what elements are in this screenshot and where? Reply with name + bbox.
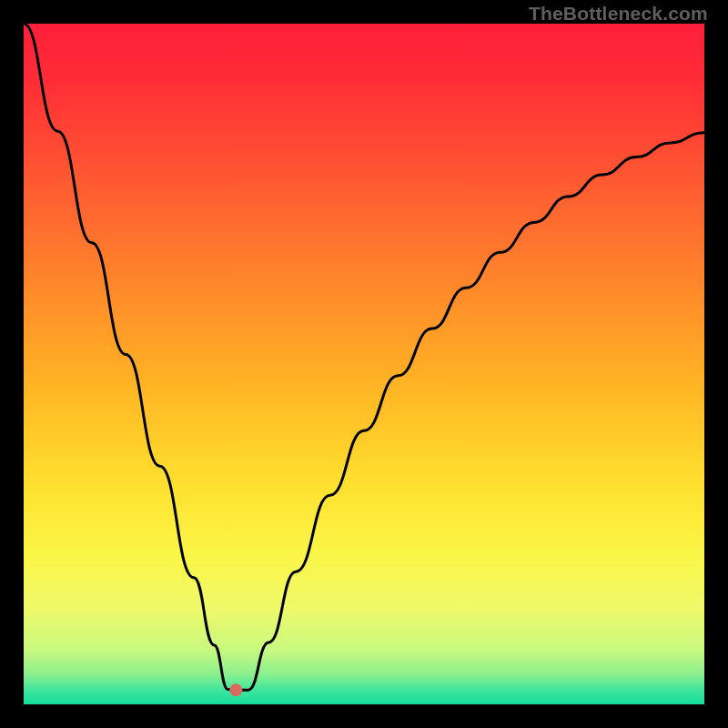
chart-frame: TheBottleneck.com: [0, 0, 728, 728]
minimum-marker: [229, 683, 242, 696]
gradient-background: [24, 24, 704, 704]
attribution-text: TheBottleneck.com: [529, 3, 708, 25]
bottleneck-chart: [24, 24, 704, 704]
plot-area: [24, 24, 704, 704]
